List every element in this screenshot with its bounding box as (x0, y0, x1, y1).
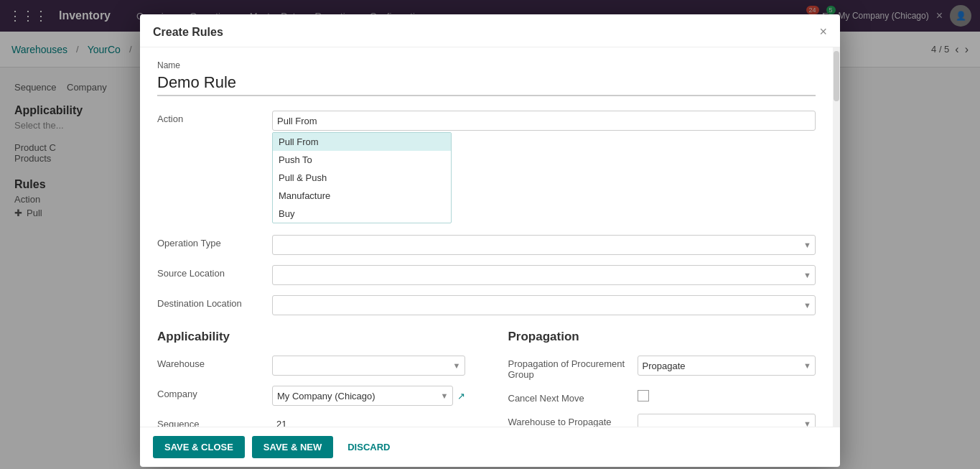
dropdown-item-pull-from[interactable]: Pull From (273, 133, 451, 151)
two-col-section: Applicability Warehouse ▼ (157, 330, 816, 427)
source-location-value: ▼ (272, 265, 816, 285)
destination-location-select-wrapper: ▼ (272, 295, 816, 315)
modal-scrollbar-thumb[interactable] (834, 51, 839, 101)
modal-scroll-area: Name Action Pull From Push To Pull & Pus… (140, 47, 833, 427)
propagation-section: Propagation Propagation of Procurement G… (508, 330, 816, 427)
warehouse-select[interactable] (272, 356, 465, 376)
modal: Create Rules × Name Action (140, 14, 840, 467)
source-location-select-wrapper: ▼ (272, 265, 816, 285)
operation-type-label: Operation Type (157, 235, 272, 249)
warehouse-to-value: ▼ (638, 414, 816, 427)
propagation-of-value: Propagate ▼ (638, 356, 816, 376)
warehouse-to-row: Warehouse to Propagate ▼ (508, 414, 816, 427)
modal-inner: Name Action Pull From Push To Pull & Pus… (140, 47, 833, 427)
dropdown-item-manufacture[interactable]: Manufacture (273, 187, 451, 205)
cancel-next-move-label: Cancel Next Move (508, 390, 638, 404)
sequence-label: Sequence (157, 416, 272, 427)
action-row: Action Pull From Push To Pull & Push Man… (157, 111, 816, 223)
dropdown-item-pull-push[interactable]: Pull & Push (273, 169, 451, 187)
operation-type-select-wrapper: ▼ (272, 235, 816, 255)
operation-type-value: ▼ (272, 235, 816, 255)
modal-scrollbar-track (833, 47, 840, 427)
company-row: Company My Company (Chicago) ▼ ↗ (157, 386, 465, 406)
propagation-of-label: Propagation of Procurement Group (508, 356, 638, 380)
company-label: Company (157, 386, 272, 399)
name-field-label: Name (157, 60, 816, 70)
warehouse-to-select[interactable] (638, 414, 816, 427)
modal-close-icon[interactable]: × (819, 24, 827, 40)
destination-location-value: ▼ (272, 295, 816, 315)
cancel-next-move-row: Cancel Next Move (508, 390, 816, 404)
warehouse-value: ▼ (272, 356, 465, 376)
company-select-wrapper: My Company (Chicago) ▼ (272, 386, 453, 406)
company-value-area: My Company (Chicago) ▼ ↗ (272, 386, 465, 406)
cancel-next-move-checkbox[interactable] (638, 390, 649, 401)
propagation-heading: Propagation (508, 330, 816, 344)
warehouse-label: Warehouse (157, 356, 272, 369)
applicability-heading: Applicability (157, 330, 465, 344)
source-location-label: Source Location (157, 265, 272, 279)
action-label: Action (157, 111, 272, 124)
action-dropdown-area: Pull From Push To Pull & Push Manufactur… (272, 111, 816, 223)
propagation-of-select[interactable]: Propagate (638, 356, 816, 376)
modal-header: Create Rules × (140, 14, 840, 47)
source-location-row: Source Location ▼ (157, 265, 816, 285)
action-select-wrapper: Pull From Push To Pull & Push Manufactur… (272, 111, 816, 131)
action-dropdown-list: Pull From Push To Pull & Push Manufactur… (272, 132, 452, 223)
warehouse-select-wrapper: ▼ (272, 356, 465, 376)
name-input[interactable] (157, 73, 816, 96)
sequence-value (272, 416, 465, 427)
destination-location-label: Destination Location (157, 295, 272, 309)
dropdown-item-buy[interactable]: Buy (273, 205, 451, 223)
warehouse-to-select-wrapper: ▼ (638, 414, 816, 427)
propagation-of-select-wrapper: Propagate ▼ (638, 356, 816, 376)
cancel-next-move-value (638, 390, 816, 404)
warehouse-to-label: Warehouse to Propagate (508, 414, 638, 427)
sequence-input[interactable] (272, 416, 465, 427)
destination-location-select[interactable] (272, 295, 816, 315)
company-select[interactable]: My Company (Chicago) (272, 386, 453, 406)
company-external-link-icon[interactable]: ↗ (457, 391, 465, 401)
operation-type-row: Operation Type ▼ (157, 235, 816, 255)
source-location-select[interactable] (272, 265, 816, 285)
discard-modal-button[interactable]: DISCARD (340, 436, 397, 458)
save-close-button[interactable]: SAVE & CLOSE (153, 436, 245, 458)
modal-body: Name Action Pull From Push To Pull & Pus… (140, 47, 840, 427)
destination-location-row: Destination Location ▼ (157, 295, 816, 315)
applicability-section: Applicability Warehouse ▼ (157, 330, 465, 427)
save-new-button[interactable]: SAVE & NEW (252, 436, 333, 458)
modal-title: Create Rules (153, 26, 223, 39)
dropdown-item-push-to[interactable]: Push To (273, 151, 451, 169)
name-field-group: Name (157, 60, 816, 111)
propagation-of-row: Propagation of Procurement Group Propaga… (508, 356, 816, 380)
modal-footer: SAVE & CLOSE SAVE & NEW DISCARD (140, 427, 840, 467)
action-select[interactable]: Pull From Push To Pull & Push Manufactur… (272, 111, 816, 131)
operation-type-select[interactable] (272, 235, 816, 255)
warehouse-row: Warehouse ▼ (157, 356, 465, 376)
sequence-row: Sequence (157, 416, 465, 427)
